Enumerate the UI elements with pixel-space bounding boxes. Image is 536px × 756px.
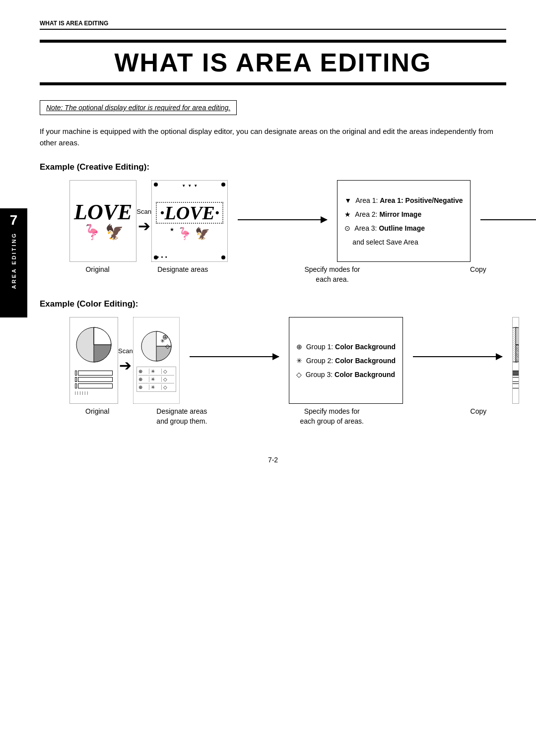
scan-arrow-1: Scan ➔ bbox=[136, 180, 151, 262]
icon-row-2: ⊕ ✳ ◇ bbox=[138, 377, 174, 383]
grid-diamond-3: ◇ bbox=[163, 384, 174, 390]
grid-asterisk-1: ✳ bbox=[151, 369, 162, 374]
diamond-icon: ◇ bbox=[165, 343, 170, 350]
pie-chart bbox=[74, 325, 114, 365]
asterisk-spec-icon: ✳ bbox=[296, 354, 302, 368]
color-diagram-row: |||||| Scan ➔ ⊕ ◇ ✳ bbox=[69, 317, 506, 404]
scan-arrow-2: Scan ➔ bbox=[118, 317, 133, 404]
sidebar-number: 7 bbox=[10, 212, 18, 228]
love-text-1: LOVE bbox=[74, 201, 132, 223]
long-arrow-4 bbox=[403, 317, 512, 396]
grid-crosshair-3: ⊕ bbox=[138, 384, 149, 390]
label-original-2: Original bbox=[69, 407, 125, 417]
long-arrow-2 bbox=[470, 180, 536, 259]
scanned-pie: ⊕ ◇ ✳ bbox=[136, 329, 176, 364]
animal-icons-1: 🦩 🦅 bbox=[83, 223, 124, 241]
page-container: 7 AREA EDITING WHAT IS AREA EDITING WHAT… bbox=[0, 0, 536, 484]
original-box: LOVE 🦩 🦅 bbox=[69, 180, 136, 262]
group-spec-3: ◇ Group 3: Color Background bbox=[296, 368, 396, 381]
long-arrow-1 bbox=[228, 180, 337, 259]
copy-bar-2 bbox=[512, 377, 519, 382]
triangle-icon: ▼ bbox=[344, 193, 351, 207]
group-spec-1: ⊕ Group 1: Color Background bbox=[296, 340, 396, 354]
dot-tr bbox=[221, 183, 225, 187]
label-original-1: Original bbox=[69, 265, 126, 275]
intro-text: If your machine is equipped with the opt… bbox=[40, 126, 506, 148]
group-spec-2: ✳ Group 2: Color Background bbox=[296, 354, 396, 368]
copy-bar-3 bbox=[512, 383, 519, 388]
spec-box-1: ▼ Area 1: Area 1: Positive/Negative ★ Ar… bbox=[337, 180, 470, 262]
creative-diagram-row: LOVE 🦩 🦅 Scan ➔ ▼ ▼ ▼ ·LOVE· ★ bbox=[69, 180, 506, 262]
diamond-spec-icon: ◇ bbox=[296, 368, 302, 381]
spec-list-2: ⊕ Group 1: Color Background ✳ Group 2: C… bbox=[296, 340, 396, 381]
breadcrumb: WHAT IS AREA EDITING bbox=[40, 20, 506, 30]
flamingo-dotted: 🦩 bbox=[177, 227, 192, 241]
color-original-box: |||||| bbox=[69, 317, 118, 404]
spec-item-3: ⊙ Area 3: Outline Image bbox=[344, 221, 463, 235]
arrow-line-1 bbox=[238, 219, 327, 220]
grid-asterisk-2: ✳ bbox=[151, 377, 162, 382]
bar-row-2 bbox=[75, 377, 113, 382]
section1-heading: Example (Creative Editing): bbox=[40, 162, 506, 172]
label-designate-2: Designate areas and group them. bbox=[150, 407, 213, 426]
bar-chart-original: |||||| bbox=[73, 369, 115, 396]
animal-icons-2: ★ 🦩 🦅 bbox=[170, 227, 210, 241]
copy-bar-1 bbox=[512, 371, 519, 376]
spec-item-2: ★ Area 2: Mirror Image bbox=[344, 207, 463, 221]
dot-star: ★ bbox=[170, 227, 174, 241]
labels-row-1: Original Designate areas Specify modes f… bbox=[69, 265, 506, 284]
section2-heading: Example (Color Editing): bbox=[40, 299, 506, 309]
note-box: Note: The optional display editor is req… bbox=[40, 100, 237, 115]
note-text: Note: The optional display editor is req… bbox=[46, 104, 230, 112]
bar-chart-copy: |||||| bbox=[512, 369, 519, 396]
dot-br bbox=[221, 255, 225, 259]
arrow-right-2: ➔ bbox=[119, 357, 132, 374]
bird-icon: 🦅 bbox=[105, 223, 124, 241]
label-copy-1: Copy bbox=[450, 265, 506, 275]
tick-row-2: |||||| bbox=[512, 391, 519, 394]
spec-item-1: ▼ Area 1: Area 1: Positive/Negative bbox=[344, 193, 463, 207]
scanned-pie-svg bbox=[136, 329, 176, 364]
label-copy-2: Copy bbox=[451, 407, 506, 417]
sidebar-text: AREA EDITING bbox=[11, 232, 17, 289]
grid-diamond-2: ◇ bbox=[163, 377, 174, 382]
grid-crosshair-1: ⊕ bbox=[138, 369, 149, 374]
bar-row-1 bbox=[75, 371, 113, 376]
grid-asterisk-3: ✳ bbox=[151, 384, 162, 390]
circle-icon: ⊙ bbox=[344, 221, 350, 235]
labels-row-2: Original Designate areas and group them.… bbox=[69, 407, 506, 426]
top-dots: ▼ ▼ ▼ bbox=[182, 184, 198, 188]
scan-label-1: Scan bbox=[136, 208, 151, 215]
scan-label-2: Scan bbox=[118, 347, 133, 355]
bar-row-3 bbox=[75, 383, 113, 388]
star-icon: ★ bbox=[344, 207, 351, 221]
label-designate-1: Designate areas bbox=[151, 265, 214, 275]
arrow-line-3 bbox=[190, 356, 279, 357]
grid-crosshair-2: ⊕ bbox=[138, 377, 149, 382]
spec-box-2: ⊕ Group 1: Color Background ✳ Group 2: C… bbox=[289, 317, 403, 404]
tick-row: |||||| bbox=[75, 391, 113, 394]
color-scanned-box: ⊕ ◇ ✳ ⊕ ✳ ◇ ⊕ ✳ ◇ ⊕ ✳ ◇ bbox=[133, 317, 180, 404]
grid-diamond-1: ◇ bbox=[163, 369, 174, 374]
pie-svg bbox=[74, 325, 114, 365]
asterisk-icon-top: ✳ bbox=[160, 338, 165, 344]
color-copy-pie bbox=[512, 325, 519, 365]
bird-dotted: 🦅 bbox=[195, 227, 210, 241]
label-specify-2: Specify modes for each group of areas. bbox=[292, 407, 371, 426]
arrow-line-4 bbox=[413, 356, 502, 357]
icon-row-3: ⊕ ✳ ◇ bbox=[138, 384, 174, 390]
page-number: 7-2 bbox=[40, 456, 506, 464]
label-specify-1: Specify modes for each area. bbox=[294, 265, 370, 284]
spec-list-1: ▼ Area 1: Area 1: Positive/Negative ★ Ar… bbox=[344, 193, 463, 249]
arrow-line-2 bbox=[480, 219, 536, 220]
spec-item-4: and select Save Area bbox=[344, 235, 463, 249]
color-copy-pie-svg bbox=[512, 325, 519, 365]
love-text-2: ·LOVE· bbox=[156, 202, 223, 224]
page-title: WHAT IS AREA EDITING bbox=[40, 40, 506, 85]
bottom-dots: ● ● ● bbox=[157, 255, 167, 258]
icon-grid: ⊕ ✳ ◇ ⊕ ✳ ◇ ⊕ ✳ ◇ bbox=[136, 367, 176, 392]
sidebar: 7 AREA EDITING bbox=[0, 208, 27, 317]
crosshair-spec-icon: ⊕ bbox=[296, 340, 302, 354]
arrow-right-1: ➔ bbox=[138, 217, 150, 235]
flamingo-icon: 🦩 bbox=[83, 223, 101, 241]
